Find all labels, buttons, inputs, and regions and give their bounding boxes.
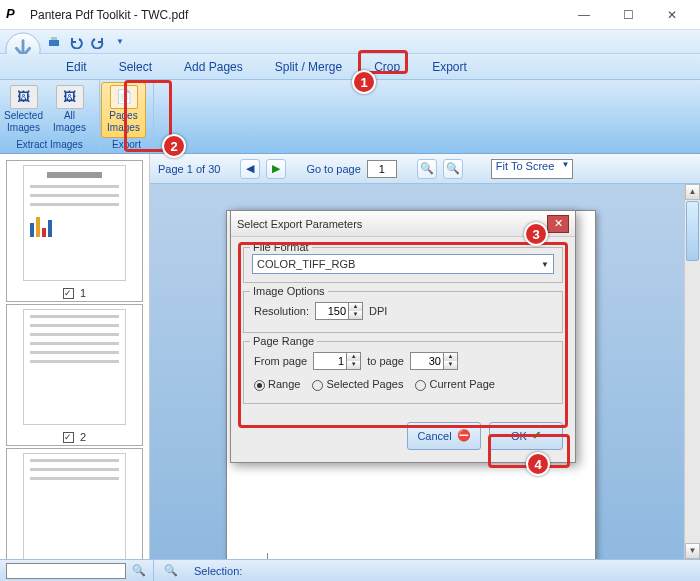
page-range-label: Page Range xyxy=(250,335,317,347)
ribbon-group-export: Export xyxy=(101,138,152,152)
goto-label: Go to page xyxy=(306,163,360,175)
menu-bar: Edit Select Add Pages Split / Merge Crop… xyxy=(0,54,700,80)
ribbon-selected-images[interactable]: 🖼 Selected Images xyxy=(1,82,46,138)
check-icon: ✔ xyxy=(532,429,541,442)
ribbon-selected-images-label: Selected Images xyxy=(3,110,44,133)
radio-current-page[interactable]: Current Page xyxy=(415,378,494,391)
checkbox-icon[interactable]: ✓ xyxy=(63,432,74,443)
menu-select[interactable]: Select xyxy=(103,56,168,78)
to-page-input[interactable] xyxy=(410,352,444,370)
callout-marker-1: 1 xyxy=(352,70,376,94)
status-bar: 🔍 🔍 Selection: xyxy=(0,559,700,581)
svg-rect-1 xyxy=(49,40,59,46)
ribbon: 🖼 Selected Images 🖼 All Images Extract I… xyxy=(0,80,700,154)
zoom-in-button[interactable]: 🔍 xyxy=(443,159,463,179)
selected-images-icon: 🖼 xyxy=(10,85,38,109)
to-page-spinner[interactable]: ▲▼ xyxy=(444,352,458,370)
thumbnail-3[interactable]: ✓3 xyxy=(6,448,143,559)
from-page-spinner[interactable]: ▲▼ xyxy=(347,352,361,370)
prev-page-button[interactable]: ◀ xyxy=(240,159,260,179)
vertical-scrollbar[interactable]: ▲ ▼ xyxy=(684,184,700,559)
ribbon-all-images-label: All Images xyxy=(49,110,90,133)
title-bar: P Pantera Pdf Toolkit - TWC.pdf — ☐ ✕ xyxy=(0,0,700,30)
selection-label: Selection: xyxy=(194,565,242,577)
ok-button[interactable]: OK✔ xyxy=(489,422,563,450)
image-options-label: Image Options xyxy=(250,285,328,297)
thumbnail-panel: ✓1 ✓2 ✓3 xyxy=(0,154,150,559)
goto-page-input[interactable] xyxy=(367,160,397,178)
pages-images-icon: 📄 xyxy=(110,85,138,109)
callout-marker-2: 2 xyxy=(162,134,186,158)
file-format-value: COLOR_TIFF_RGB xyxy=(257,258,355,270)
viewer-toolbar: Page 1 of 30 ◀ ▶ Go to page 🔍 🔍 Fit To S… xyxy=(150,154,700,184)
resolution-label: Resolution: xyxy=(254,305,309,317)
callout-marker-3: 3 xyxy=(524,222,548,246)
cancel-icon: ⛔ xyxy=(457,429,471,442)
thumb-1-number: 1 xyxy=(80,287,86,299)
menu-edit[interactable]: Edit xyxy=(50,56,103,78)
app-icon: P xyxy=(6,6,24,24)
file-format-combo[interactable]: COLOR_TIFF_RGB ▼ xyxy=(252,254,554,274)
chevron-down-icon: ▼ xyxy=(541,260,549,269)
cancel-button[interactable]: Cancel⛔ xyxy=(407,422,481,450)
thumbnail-2[interactable]: ✓2 xyxy=(6,304,143,446)
dialog-title: Select Export Parameters xyxy=(237,218,547,230)
undo-icon[interactable] xyxy=(66,32,86,52)
scroll-thumb[interactable] xyxy=(686,201,699,261)
next-page-button[interactable]: ▶ xyxy=(266,159,286,179)
scroll-down-icon[interactable]: ▼ xyxy=(685,543,700,559)
print-icon[interactable] xyxy=(44,32,64,52)
menu-export[interactable]: Export xyxy=(416,56,483,78)
resolution-spinner[interactable]: ▲▼ xyxy=(349,302,363,320)
radio-range[interactable]: Range xyxy=(254,378,300,391)
close-button[interactable]: ✕ xyxy=(650,1,694,29)
maximize-button[interactable]: ☐ xyxy=(606,1,650,29)
ribbon-pages-images[interactable]: 📄 Pages Images xyxy=(101,82,146,138)
ribbon-pages-images-label: Pages Images xyxy=(103,110,144,133)
all-images-icon: 🖼 xyxy=(56,85,84,109)
window-title: Pantera Pdf Toolkit - TWC.pdf xyxy=(30,8,562,22)
from-page-input[interactable] xyxy=(313,352,347,370)
scroll-up-icon[interactable]: ▲ xyxy=(685,184,700,200)
dialog-close-button[interactable]: ✕ xyxy=(547,215,569,233)
to-page-label: to page xyxy=(367,355,404,367)
ribbon-all-images[interactable]: 🖼 All Images xyxy=(47,82,92,138)
minimize-button[interactable]: — xyxy=(562,1,606,29)
dpi-label: DPI xyxy=(369,305,387,317)
thumbnail-1[interactable]: ✓1 xyxy=(6,160,143,302)
status-search-input[interactable] xyxy=(6,563,126,579)
export-parameters-dialog: Select Export Parameters ✕ File Format C… xyxy=(230,210,576,463)
checkbox-icon[interactable]: ✓ xyxy=(63,288,74,299)
resolution-input[interactable] xyxy=(315,302,349,320)
quickbar-dropdown-icon[interactable]: ▼ xyxy=(110,32,130,52)
zoom-mode-select[interactable]: Fit To Scree▼ xyxy=(491,159,574,179)
thumb-2-number: 2 xyxy=(80,431,86,443)
search-icon-2[interactable]: 🔍 xyxy=(164,564,178,577)
svg-rect-2 xyxy=(51,37,57,40)
radio-selected-pages[interactable]: Selected Pages xyxy=(312,378,403,391)
from-page-label: From page xyxy=(254,355,307,367)
search-icon[interactable]: 🔍 xyxy=(132,564,146,577)
menu-split-merge[interactable]: Split / Merge xyxy=(259,56,358,78)
menu-add-pages[interactable]: Add Pages xyxy=(168,56,259,78)
callout-marker-4: 4 xyxy=(526,452,550,476)
file-format-label: File Format xyxy=(250,241,312,253)
quick-access-toolbar: ▼ xyxy=(0,30,700,54)
redo-icon[interactable] xyxy=(88,32,108,52)
zoom-out-button[interactable]: 🔍 xyxy=(417,159,437,179)
ribbon-group-extract: Extract Images xyxy=(1,138,98,152)
page-indicator: Page 1 of 30 xyxy=(158,163,220,175)
